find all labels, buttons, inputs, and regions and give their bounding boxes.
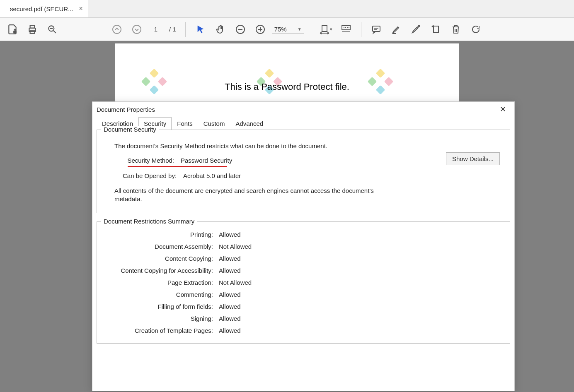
restriction-value: Not Allowed: [219, 279, 501, 286]
document-security-group: Document Security The document's Securit…: [97, 130, 510, 213]
restriction-label: Creation of Template Pages:: [109, 327, 213, 334]
svg-rect-2: [30, 25, 35, 28]
secure-file-icon[interactable]: [4, 21, 21, 38]
page-number-input[interactable]: [148, 24, 163, 35]
restriction-value: Allowed: [219, 291, 501, 298]
rotate-view-icon[interactable]: [467, 21, 484, 38]
opened-by-value: Acrobat 5.0 and later: [183, 172, 241, 179]
fit-width-icon[interactable]: ▼: [318, 21, 334, 38]
delete-icon[interactable]: [448, 21, 464, 38]
chevron-down-icon: ▼: [298, 27, 302, 31]
security-note: All contents of the document are encrypt…: [114, 187, 380, 204]
restriction-label: Page Extraction:: [109, 279, 213, 286]
tab-advanced[interactable]: Advanced: [230, 117, 269, 130]
group-legend: Document Security: [101, 126, 159, 133]
group-legend: Document Restrictions Summary: [101, 218, 197, 225]
zoom-value: 75%: [274, 26, 287, 33]
document-body-text: This is a Password Protect file.: [115, 82, 459, 92]
tab-title: secured.pdf (SECUR...: [10, 5, 73, 12]
tab-custom[interactable]: Custom: [198, 117, 230, 130]
restriction-label: Printing:: [109, 231, 213, 238]
restriction-label: Signing:: [109, 315, 213, 322]
highlight-icon[interactable]: [388, 21, 404, 38]
page-total-label: / 1: [167, 26, 179, 33]
restriction-value: Not Allowed: [219, 243, 501, 250]
restrictions-group: Document Restrictions Summary Printing: …: [97, 221, 510, 344]
document-properties-dialog: Document Properties ✕ Description Securi…: [92, 101, 515, 391]
restriction-label: Filling of form fields:: [109, 303, 213, 310]
hand-tool-icon[interactable]: [212, 21, 229, 38]
restrictions-table: Printing: Allowed Document Assembly: Not…: [109, 231, 501, 334]
show-details-button[interactable]: Show Details...: [446, 152, 500, 165]
restriction-label: Content Copying for Accessibility:: [109, 267, 213, 274]
zoom-level-dropdown[interactable]: 75% ▼: [272, 25, 304, 34]
rotate-page-icon[interactable]: [428, 21, 444, 38]
tab-fonts[interactable]: Fonts: [172, 117, 198, 130]
restriction-value: Allowed: [219, 327, 501, 334]
restriction-value: Allowed: [219, 255, 501, 262]
pointer-tool-icon[interactable]: [192, 21, 209, 38]
svg-rect-13: [149, 69, 159, 78]
svg-rect-0: [13, 31, 17, 34]
highlight-underline: [128, 166, 227, 167]
erase-icon[interactable]: [408, 21, 424, 38]
svg-point-5: [113, 25, 121, 34]
document-tab[interactable]: secured.pdf (SECUR... ×: [0, 0, 88, 17]
restriction-label: Document Assembly:: [109, 243, 213, 250]
restriction-value: Allowed: [219, 315, 501, 322]
svg-rect-9: [322, 26, 327, 31]
page-down-icon[interactable]: [128, 21, 145, 38]
security-description: The document's Security Method restricts…: [114, 142, 501, 149]
svg-rect-11: [373, 26, 380, 31]
typewriter-tool-icon[interactable]: [338, 21, 354, 38]
restriction-label: Commenting:: [109, 291, 213, 298]
dialog-body: Document Security The document's Securit…: [92, 130, 514, 391]
svg-rect-12: [434, 26, 438, 33]
toolbar-separator: [311, 22, 311, 37]
security-method-value: Password Security: [181, 157, 232, 164]
opened-by-label: Can be Opened by:: [123, 172, 177, 179]
close-icon[interactable]: ✕: [497, 105, 509, 114]
zoom-in-icon[interactable]: [252, 21, 269, 38]
document-tabbar: secured.pdf (SECUR... ×: [0, 0, 574, 18]
zoom-out-icon[interactable]: [232, 21, 249, 38]
svg-point-6: [133, 25, 141, 34]
comment-icon[interactable]: [368, 21, 385, 38]
restriction-value: Allowed: [219, 231, 501, 238]
dialog-title: Document Properties: [97, 106, 155, 113]
security-method-label: Security Method:: [123, 157, 174, 164]
restriction-value: Allowed: [219, 303, 501, 310]
close-tab-icon[interactable]: ×: [79, 5, 83, 12]
print-icon[interactable]: [24, 21, 41, 38]
svg-rect-21: [375, 69, 385, 78]
restriction-value: Allowed: [219, 267, 501, 274]
restriction-label: Content Copying:: [109, 255, 213, 262]
page-up-icon[interactable]: [109, 21, 125, 38]
toolbar-separator: [361, 22, 361, 37]
main-toolbar: / 1 75% ▼ ▼: [0, 18, 574, 41]
svg-rect-17: [264, 69, 274, 78]
search-icon[interactable]: [44, 21, 61, 38]
dialog-titlebar[interactable]: Document Properties ✕: [92, 102, 514, 117]
toolbar-separator: [185, 22, 186, 37]
chevron-down-icon: ▼: [329, 27, 333, 31]
